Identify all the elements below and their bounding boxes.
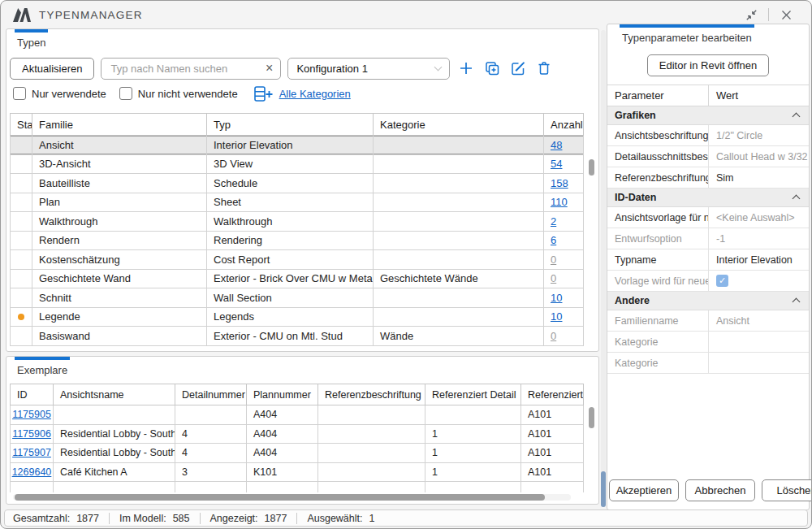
anzahl-link[interactable]: 6 [551,234,556,246]
plannummer-cell: A404 [247,405,318,424]
id-link[interactable]: 1175905 [12,409,51,420]
exemplar-row[interactable]: 1269640 Café Kitchen A 3 K101 1 A101 [10,463,584,483]
panel-splitter-scrollbar[interactable] [601,30,606,507]
duplicate-type-button[interactable] [482,59,502,78]
edit-type-button[interactable] [508,59,528,78]
exemplare-horizontal-scrollbar[interactable] [13,494,571,501]
clear-search-icon[interactable]: × [266,62,273,75]
delete-type-button[interactable] [534,59,554,78]
id-link[interactable]: 1175907 [12,447,51,458]
refresh-button[interactable]: Aktualisieren [10,58,94,80]
anzahl-link[interactable]: 0 [551,254,556,266]
anzahl-link[interactable]: 0 [551,272,556,284]
parameter-row[interactable]: Referenzbeschriftung Sim [607,167,809,189]
col-referenzbeschriftung[interactable]: Referenzbeschriftung [318,384,425,405]
anzahl-link[interactable]: 2 [551,215,556,228]
col-familie[interactable]: Familie [32,114,207,135]
kategorie-cell [374,193,544,212]
anzahl-link[interactable]: 48 [551,139,562,151]
accept-button[interactable]: Akzeptieren [609,479,679,501]
exemplar-row[interactable]: 1175906 Residential Lobby - South 4 A404… [10,425,584,444]
col-status[interactable]: Status [10,114,32,135]
table-row[interactable]: Walkthrough Walkthrough 2 [10,212,584,232]
exemplare-vertical-scrollbar[interactable] [588,405,595,491]
table-row[interactable]: Geschichtete Wand Exterior - Brick Over … [10,270,584,289]
parameter-row[interactable]: Ansichtsbeschriftung 1/2" Circle [607,125,809,146]
col-anzahl[interactable]: Anzahl [544,114,584,135]
scrollbar-thumb[interactable] [589,407,594,428]
typen-vertical-scrollbar[interactable] [588,137,595,345]
tab-typenparameter[interactable]: Typenparameter bearbeiten [620,24,754,50]
search-input[interactable] [109,62,261,76]
parameter-value[interactable]: Ansicht [708,310,809,331]
anzahl-link[interactable]: 158 [551,177,568,189]
parameter-row[interactable]: Vorlage wird für neue ✓ [607,271,809,292]
table-row[interactable]: Kostenschätzung Cost Report 0 [10,250,584,270]
col-referenziert[interactable]: Referenziert [521,384,584,405]
parameter-row[interactable]: Detailausschnittsbeschriftung Callout He… [607,146,809,167]
col-ansichtsname[interactable]: Ansichtsname [54,384,175,405]
id-link[interactable]: 1175906 [12,428,51,440]
col-kategorie[interactable]: Kategorie [374,114,544,135]
only-unused-checkbox[interactable] [119,87,132,100]
parameter-value[interactable]: <Keine Auswahl> [708,207,809,228]
status-cell [10,155,32,174]
table-row[interactable]: Bauteilliste Schedule 158 [10,174,584,193]
parameter-value[interactable]: Callout Head w 3/32 [708,146,809,167]
table-row-selected[interactable]: Ansicht Interior Elevation 48 [10,136,584,155]
configuration-select[interactable]: Konfiguration 1 [287,58,450,80]
col-referenziert-detail[interactable]: Referenziert Detail [425,384,521,405]
add-category-filter-icon[interactable] [254,86,273,102]
table-row[interactable]: Schnitt Wall Section 10 [10,288,584,308]
collapse-window-icon[interactable] [744,7,758,22]
add-type-button[interactable] [456,59,476,78]
table-row[interactable]: Basiswand Exterior - CMU on Mtl. Stud Wä… [10,327,584,346]
parameter-value[interactable]: -1 [708,228,809,249]
anzahl-link[interactable]: 10 [551,310,562,323]
parameter-row[interactable]: Kategorie [607,353,809,374]
anzahl-link[interactable]: 0 [551,330,556,342]
parameter-row[interactable]: Typname Interior Elevation [607,249,809,271]
anzahl-link[interactable]: 10 [551,292,562,304]
table-row[interactable]: Plan Sheet 110 [10,193,584,213]
col-detailnummer[interactable]: Detailnummer [175,384,247,405]
parameter-row[interactable]: Entwurfsoption -1 [607,228,809,249]
all-categories-link[interactable]: Alle Kategorien [279,88,351,100]
parameter-value[interactable] [708,332,809,352]
id-link[interactable]: 1269640 [12,466,52,478]
delete-button[interactable]: Löschen [762,479,812,501]
exemplar-row[interactable]: 1175905 A404 A101 [10,405,584,425]
anzahl-link[interactable]: 110 [551,196,568,208]
table-row[interactable]: Legende Legends 10 [10,308,584,327]
only-used-checkbox[interactable] [13,87,26,100]
col-plannummer[interactable]: Plannummer [247,384,318,405]
tab-typen[interactable]: Typen [15,29,48,54]
parameter-row[interactable]: Kategorie [607,332,809,353]
group-andere[interactable]: Andere [607,292,809,310]
parameter-value[interactable]: 1/2" Circle [708,125,809,145]
tab-exemplare[interactable]: Exemplare [15,357,70,382]
parameter-value[interactable]: Interior Elevation [708,249,809,270]
table-row[interactable]: Rendern Rendering 6 [10,232,584,251]
exemplar-row[interactable]: 1175907 Residential Lobby - South 4 A404… [10,444,584,463]
checked-checkbox[interactable]: ✓ [716,275,728,287]
scrollbar-thumb[interactable] [589,159,594,176]
scrollbar-thumb[interactable] [601,471,606,507]
parameter-value[interactable]: Sim [708,167,809,188]
parameter-value[interactable] [708,353,809,373]
group-id-daten[interactable]: ID-Daten [607,189,809,207]
status-cell [10,288,32,307]
scrollbar-thumb[interactable] [15,494,545,501]
open-editor-in-revit-button[interactable]: Editor in Revit öffnen [647,54,769,76]
col-id[interactable]: ID [10,384,54,405]
close-icon[interactable] [779,7,793,22]
table-row[interactable]: 3D-Ansicht 3D View 54 [10,155,584,175]
parameter-row[interactable]: Familienname Ansicht [607,310,809,332]
search-box[interactable]: × [101,58,281,80]
group-grafiken[interactable]: Grafiken [607,106,809,125]
cancel-button[interactable]: Abbrechen [685,479,755,501]
parameter-row[interactable]: Ansichtsvorlage für neue <Keine Auswahl> [607,207,809,228]
col-typ[interactable]: Typ [207,114,374,135]
anzahl-link[interactable]: 54 [551,158,562,170]
parameter-table-header: Parameter Wert [607,85,809,106]
